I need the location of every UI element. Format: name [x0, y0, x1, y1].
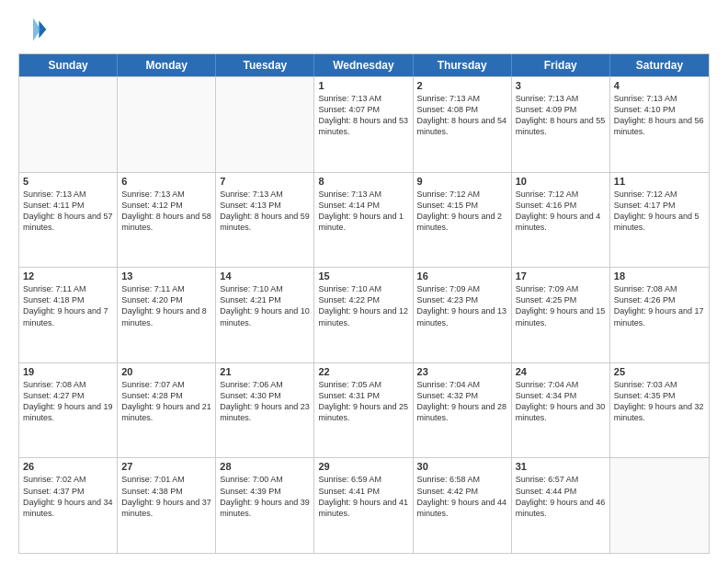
calendar-cell — [216, 77, 314, 172]
day-info: Sunrise: 6:58 AM Sunset: 4:42 PM Dayligh… — [417, 474, 507, 519]
day-number: 31 — [516, 461, 606, 472]
calendar-cell: 1Sunrise: 7:13 AM Sunset: 4:07 PM Daylig… — [314, 77, 413, 172]
day-info: Sunrise: 7:01 AM Sunset: 4:38 PM Dayligh… — [121, 474, 211, 519]
day-number: 12 — [23, 270, 113, 282]
calendar-cell: 16Sunrise: 7:09 AM Sunset: 4:23 PM Dayli… — [414, 268, 512, 362]
day-number: 21 — [220, 366, 310, 377]
calendar-cell: 26Sunrise: 7:02 AM Sunset: 4:37 PM Dayli… — [19, 458, 118, 553]
day-number: 28 — [220, 461, 310, 472]
calendar-cell: 13Sunrise: 7:11 AM Sunset: 4:20 PM Dayli… — [118, 268, 216, 362]
calendar-cell: 21Sunrise: 7:06 AM Sunset: 4:30 PM Dayli… — [216, 363, 314, 458]
weekday-header-friday: Friday — [512, 54, 610, 76]
day-info: Sunrise: 7:04 AM Sunset: 4:32 PM Dayligh… — [417, 379, 507, 424]
day-info: Sunrise: 7:09 AM Sunset: 4:25 PM Dayligh… — [516, 283, 606, 328]
calendar-cell: 18Sunrise: 7:08 AM Sunset: 4:26 PM Dayli… — [610, 268, 709, 362]
day-number: 9 — [417, 176, 507, 187]
day-number: 30 — [417, 461, 507, 472]
calendar-cell: 7Sunrise: 7:13 AM Sunset: 4:13 PM Daylig… — [216, 173, 314, 268]
day-info: Sunrise: 7:13 AM Sunset: 4:14 PM Dayligh… — [318, 189, 408, 234]
calendar-cell: 14Sunrise: 7:10 AM Sunset: 4:21 PM Dayli… — [216, 268, 314, 362]
weekday-header-tuesday: Tuesday — [216, 54, 314, 76]
weekday-header-wednesday: Wednesday — [314, 54, 413, 76]
day-number: 11 — [614, 176, 705, 187]
weekday-header-sunday: Sunday — [19, 54, 118, 76]
calendar-row-3: 12Sunrise: 7:11 AM Sunset: 4:18 PM Dayli… — [19, 267, 709, 362]
day-info: Sunrise: 7:03 AM Sunset: 4:35 PM Dayligh… — [614, 379, 705, 424]
day-number: 14 — [220, 270, 310, 282]
calendar-cell: 15Sunrise: 7:10 AM Sunset: 4:22 PM Dayli… — [314, 268, 413, 362]
day-number: 3 — [516, 80, 606, 91]
calendar-cell: 20Sunrise: 7:07 AM Sunset: 4:28 PM Dayli… — [118, 363, 216, 458]
day-number: 8 — [318, 176, 408, 187]
calendar-cell: 25Sunrise: 7:03 AM Sunset: 4:35 PM Dayli… — [610, 363, 709, 458]
day-number: 4 — [614, 80, 705, 91]
calendar-cell: 9Sunrise: 7:12 AM Sunset: 4:15 PM Daylig… — [414, 173, 512, 268]
calendar-cell: 22Sunrise: 7:05 AM Sunset: 4:31 PM Dayli… — [314, 363, 413, 458]
day-number: 15 — [318, 270, 408, 282]
day-info: Sunrise: 7:13 AM Sunset: 4:07 PM Dayligh… — [318, 93, 408, 138]
day-number: 18 — [614, 270, 705, 282]
day-info: Sunrise: 7:12 AM Sunset: 4:15 PM Dayligh… — [417, 189, 507, 234]
calendar-cell: 12Sunrise: 7:11 AM Sunset: 4:18 PM Dayli… — [19, 268, 118, 362]
calendar-header: SundayMondayTuesdayWednesdayThursdayFrid… — [19, 54, 709, 76]
calendar-cell: 28Sunrise: 7:00 AM Sunset: 4:39 PM Dayli… — [216, 458, 314, 553]
calendar-cell: 27Sunrise: 7:01 AM Sunset: 4:38 PM Dayli… — [118, 458, 216, 553]
day-number: 19 — [23, 366, 113, 377]
calendar-row-4: 19Sunrise: 7:08 AM Sunset: 4:27 PM Dayli… — [19, 362, 709, 458]
day-number: 25 — [614, 366, 705, 377]
day-info: Sunrise: 7:00 AM Sunset: 4:39 PM Dayligh… — [220, 474, 310, 519]
day-info: Sunrise: 7:11 AM Sunset: 4:18 PM Dayligh… — [23, 283, 113, 328]
calendar-cell: 17Sunrise: 7:09 AM Sunset: 4:25 PM Dayli… — [512, 268, 610, 362]
calendar-body: 1Sunrise: 7:13 AM Sunset: 4:07 PM Daylig… — [19, 76, 709, 553]
day-number: 6 — [121, 176, 211, 187]
calendar-cell: 2Sunrise: 7:13 AM Sunset: 4:08 PM Daylig… — [414, 77, 512, 172]
calendar-cell: 3Sunrise: 7:13 AM Sunset: 4:09 PM Daylig… — [512, 77, 610, 172]
day-number: 22 — [318, 366, 408, 377]
day-info: Sunrise: 7:12 AM Sunset: 4:17 PM Dayligh… — [614, 189, 705, 234]
calendar-cell: 23Sunrise: 7:04 AM Sunset: 4:32 PM Dayli… — [414, 363, 512, 458]
day-number: 2 — [417, 80, 507, 91]
weekday-header-saturday: Saturday — [610, 54, 709, 76]
page: SundayMondayTuesdayWednesdayThursdayFrid… — [0, 0, 728, 563]
logo-icon — [18, 15, 48, 44]
day-number: 7 — [220, 176, 310, 187]
day-number: 5 — [23, 176, 113, 187]
day-number: 16 — [417, 270, 507, 282]
calendar-cell: 6Sunrise: 7:13 AM Sunset: 4:12 PM Daylig… — [118, 173, 216, 268]
day-info: Sunrise: 7:13 AM Sunset: 4:10 PM Dayligh… — [614, 93, 705, 138]
day-info: Sunrise: 6:59 AM Sunset: 4:41 PM Dayligh… — [318, 474, 408, 519]
calendar: SundayMondayTuesdayWednesdayThursdayFrid… — [18, 53, 710, 554]
day-info: Sunrise: 7:05 AM Sunset: 4:31 PM Dayligh… — [318, 379, 408, 424]
day-number: 10 — [516, 176, 606, 187]
calendar-cell: 11Sunrise: 7:12 AM Sunset: 4:17 PM Dayli… — [610, 173, 709, 268]
calendar-cell: 19Sunrise: 7:08 AM Sunset: 4:27 PM Dayli… — [19, 363, 118, 458]
day-info: Sunrise: 7:11 AM Sunset: 4:20 PM Dayligh… — [121, 283, 211, 328]
day-info: Sunrise: 7:13 AM Sunset: 4:13 PM Dayligh… — [220, 189, 310, 234]
day-number: 26 — [23, 461, 113, 472]
calendar-cell: 8Sunrise: 7:13 AM Sunset: 4:14 PM Daylig… — [314, 173, 413, 268]
calendar-cell: 30Sunrise: 6:58 AM Sunset: 4:42 PM Dayli… — [414, 458, 512, 553]
calendar-cell — [19, 77, 118, 172]
day-info: Sunrise: 7:02 AM Sunset: 4:37 PM Dayligh… — [23, 474, 113, 519]
day-info: Sunrise: 7:13 AM Sunset: 4:08 PM Dayligh… — [417, 93, 507, 138]
day-number: 24 — [516, 366, 606, 377]
calendar-row-1: 1Sunrise: 7:13 AM Sunset: 4:07 PM Daylig… — [19, 76, 709, 172]
day-number: 27 — [121, 461, 211, 472]
day-number: 20 — [121, 366, 211, 377]
day-info: Sunrise: 6:57 AM Sunset: 4:44 PM Dayligh… — [516, 474, 606, 519]
day-number: 17 — [516, 270, 606, 282]
calendar-cell: 4Sunrise: 7:13 AM Sunset: 4:10 PM Daylig… — [610, 77, 709, 172]
day-info: Sunrise: 7:13 AM Sunset: 4:11 PM Dayligh… — [23, 189, 113, 234]
calendar-row-5: 26Sunrise: 7:02 AM Sunset: 4:37 PM Dayli… — [19, 457, 709, 553]
day-info: Sunrise: 7:12 AM Sunset: 4:16 PM Dayligh… — [516, 189, 606, 234]
day-number: 13 — [121, 270, 211, 282]
day-number: 29 — [318, 461, 408, 472]
day-number: 1 — [318, 80, 408, 91]
day-info: Sunrise: 7:13 AM Sunset: 4:09 PM Dayligh… — [516, 93, 606, 138]
day-info: Sunrise: 7:10 AM Sunset: 4:21 PM Dayligh… — [220, 283, 310, 328]
calendar-cell: 5Sunrise: 7:13 AM Sunset: 4:11 PM Daylig… — [19, 173, 118, 268]
day-info: Sunrise: 7:08 AM Sunset: 4:27 PM Dayligh… — [23, 379, 113, 424]
calendar-cell: 10Sunrise: 7:12 AM Sunset: 4:16 PM Dayli… — [512, 173, 610, 268]
day-info: Sunrise: 7:13 AM Sunset: 4:12 PM Dayligh… — [121, 189, 211, 234]
calendar-cell: 24Sunrise: 7:04 AM Sunset: 4:34 PM Dayli… — [512, 363, 610, 458]
